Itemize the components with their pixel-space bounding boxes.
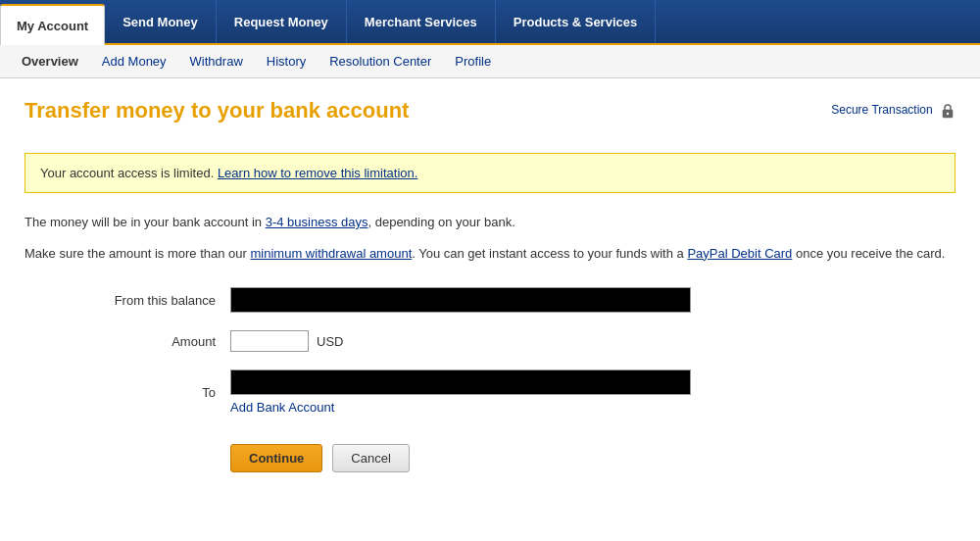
continue-button[interactable]: Continue — [230, 444, 322, 472]
to-field[interactable] — [230, 369, 691, 395]
amount-row: Amount USD — [24, 330, 956, 352]
info-text-2b: . You can get instant access to your fun… — [412, 246, 687, 261]
subnav-add-money[interactable]: Add Money — [90, 45, 178, 77]
subnav-resolution-center[interactable]: Resolution Center — [318, 45, 443, 77]
min-withdrawal-link[interactable]: minimum withdrawal amount — [251, 246, 413, 261]
amount-input[interactable] — [230, 330, 309, 352]
warning-box: Your account access is limited. Learn ho… — [24, 153, 956, 193]
page-title: Transfer money to your bank account — [24, 98, 409, 123]
subnav-profile[interactable]: Profile — [443, 45, 503, 77]
info-text-1a: The money will be in your bank account i… — [24, 215, 266, 229]
subnav-withdraw[interactable]: Withdraw — [178, 45, 255, 77]
secure-transaction-link[interactable]: Secure Transaction — [831, 103, 956, 119]
title-row: Transfer money to your bank account Secu… — [24, 98, 956, 138]
from-balance-field[interactable] — [230, 287, 691, 313]
to-row: To Add Bank Account — [24, 369, 956, 415]
info-paragraph-2: Make sure the amount is more than our mi… — [24, 244, 956, 264]
nav-products-services[interactable]: Products & Services — [496, 0, 656, 43]
from-balance-row: From this balance — [24, 287, 956, 313]
info-text-1b: , depending on your bank. — [368, 215, 514, 229]
info-paragraph-1: The money will be in your bank account i… — [24, 213, 956, 232]
amount-label: Amount — [103, 334, 230, 349]
paypal-debit-link[interactable]: PayPal Debit Card — [687, 246, 792, 261]
info-text-2a: Make sure the amount is more than our — [24, 246, 251, 261]
to-label: To — [103, 385, 230, 400]
sub-nav: Overview Add Money Withdraw History Reso… — [0, 45, 980, 78]
nav-request-money[interactable]: Request Money — [217, 0, 347, 43]
nav-merchant-services[interactable]: Merchant Services — [347, 0, 496, 43]
subnav-overview[interactable]: Overview — [10, 45, 90, 77]
to-section: Add Bank Account — [230, 369, 691, 415]
subnav-history[interactable]: History — [255, 45, 318, 77]
info-text-2c: once you receive the card. — [792, 246, 945, 261]
cancel-button[interactable]: Cancel — [332, 444, 409, 472]
warning-text: Your account access is limited. — [40, 166, 218, 180]
form-section: From this balance Amount USD To Add Bank… — [24, 287, 956, 415]
nav-my-account[interactable]: My Account — [0, 4, 105, 45]
button-row: Continue Cancel — [24, 444, 956, 472]
add-bank-account-link[interactable]: Add Bank Account — [230, 400, 691, 415]
currency-label: USD — [317, 334, 343, 349]
main-content: Transfer money to your bank account Secu… — [0, 78, 980, 492]
svg-point-1 — [947, 113, 949, 115]
secure-transaction-label: Secure Transaction — [831, 103, 932, 117]
nav-send-money[interactable]: Send Money — [105, 0, 217, 43]
lock-icon — [940, 103, 956, 119]
from-balance-label: From this balance — [103, 293, 230, 308]
warning-link[interactable]: Learn how to remove this limitation. — [218, 166, 417, 180]
top-nav: My Account Send Money Request Money Merc… — [0, 0, 980, 45]
business-days-link[interactable]: 3-4 business days — [266, 215, 368, 229]
